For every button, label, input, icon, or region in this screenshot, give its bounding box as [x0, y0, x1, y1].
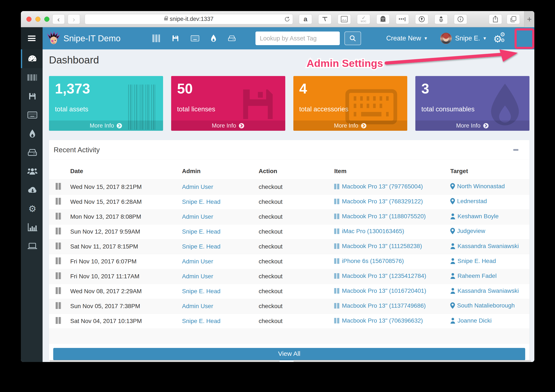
item-link[interactable]: Macbook Pro 13" (1188075520) [334, 213, 426, 220]
reload-icon[interactable] [284, 16, 290, 22]
url-text: snipe-it.dev:1337 [170, 16, 213, 22]
item-link[interactable]: Macbook Pro 13" (1137749686) [334, 302, 426, 309]
admin-link[interactable]: Admin User [182, 213, 213, 220]
onepassword-extension-icon[interactable] [415, 14, 428, 24]
user-menu[interactable]: Snipe E.▼ [455, 35, 487, 42]
user-avatar[interactable] [440, 33, 452, 44]
sidebar-item-consumables[interactable] [21, 124, 43, 143]
licenses-quick-icon[interactable] [172, 35, 179, 42]
gear-icon: ⚙ [28, 204, 37, 214]
item-link[interactable]: Macbook Pro 13" (1235412784) [334, 273, 426, 279]
admin-link[interactable]: Snipe E. Head [182, 243, 220, 250]
stat-box-accessories: 4 total accessories More Info [293, 76, 408, 131]
target-link[interactable]: Judgeview [450, 228, 485, 234]
admin-link[interactable]: Admin User [182, 303, 213, 310]
stat-box-licenses: 50 total licenses More Info [171, 76, 285, 131]
new-tab-button[interactable]: + [524, 11, 534, 27]
minimize-window-button[interactable] [35, 17, 40, 22]
target-link[interactable]: Lednerstad [450, 198, 487, 205]
view-all-button[interactable]: View All [53, 348, 525, 360]
table-row: Sat Nov 11, 2017 8:15PM Snipe E. Head ch… [49, 239, 529, 254]
sidebar-item-dashboard[interactable] [21, 49, 43, 68]
table-row: Sun Nov 05, 2017 7:38PM Admin User check… [49, 299, 529, 314]
stats-window-extension-icon[interactable] [338, 14, 351, 24]
floppy-icon [238, 85, 278, 124]
sidebar-item-settings[interactable]: ⚙ [21, 199, 43, 218]
more-info-link[interactable]: More Info [415, 120, 529, 131]
item-link[interactable]: Macbook Pro 13" (111258238) [334, 243, 422, 250]
search-button[interactable] [344, 31, 361, 45]
item-link[interactable]: iPhone 6s (156708576) [334, 258, 404, 265]
consumables-quick-icon[interactable] [211, 35, 216, 42]
item-link[interactable]: iMac Pro (1300163465) [334, 228, 404, 235]
sidebar-item-requestable[interactable] [21, 237, 43, 256]
admin-link[interactable]: Snipe E. Head [182, 318, 220, 325]
item-link[interactable]: Macbook Pro 13" (1016720401) [334, 288, 426, 294]
sidebar-toggle[interactable] [21, 27, 43, 49]
w3c-validator-extension-icon[interactable]: ✓W3C [357, 14, 370, 24]
snipeit-logo[interactable] [47, 32, 60, 45]
activity-date: Fri Nov 10, 2017 6:07PM [68, 254, 180, 269]
more-info-link[interactable]: More Info [171, 120, 285, 131]
item-link[interactable]: Macbook Pro 13" (768329122) [334, 198, 423, 205]
item-link[interactable]: Macbook Pro 13" (706396632) [334, 317, 423, 324]
activity-action: checkout [256, 284, 332, 299]
target-link[interactable]: Keshawn Boyle [450, 213, 499, 220]
create-new-menu[interactable]: Create New▼ [386, 35, 428, 42]
admin-link[interactable]: Snipe E. Head [182, 288, 220, 295]
target-link[interactable]: North Winonastad [450, 183, 505, 190]
admin-settings-button[interactable]: ⚙ ⚙ ⚙ [493, 32, 508, 45]
sidebar-item-components[interactable] [21, 143, 43, 162]
asset-tag-search-input[interactable] [256, 31, 340, 45]
target-link[interactable]: Kassandra Swaniawski [450, 288, 519, 294]
admin-link[interactable]: Snipe E. Head [182, 199, 220, 205]
share-button[interactable] [489, 14, 502, 24]
ghostery-extension-icon[interactable] [376, 14, 390, 24]
more-info-link[interactable]: More Info [293, 120, 408, 131]
tab-overview-button[interactable] [507, 14, 520, 24]
activity-date: Sat Nov 11, 2017 8:15PM [68, 239, 180, 254]
forward-button[interactable]: › [68, 14, 80, 24]
collapse-icon[interactable] [513, 149, 518, 151]
text-tool-extension-icon[interactable] [318, 14, 331, 24]
sidebar-item-licenses[interactable] [21, 87, 43, 106]
stat-boxes: 1,373 total assets More Info 50 total li… [49, 76, 529, 131]
assets-quick-icon[interactable] [153, 35, 160, 42]
address-bar[interactable]: snipe-it.dev:1337 [85, 14, 293, 24]
barcode-icon [56, 198, 62, 205]
item-link[interactable]: Macbook Pro 13" (797765004) [334, 183, 423, 190]
sidebar-item-accessories[interactable] [21, 106, 43, 124]
more-info-link[interactable]: More Info [49, 120, 163, 131]
location-pin-icon [450, 228, 455, 234]
user-icon [450, 318, 455, 324]
sidebar-item-assets[interactable] [21, 68, 43, 87]
dashboard-icon [27, 54, 37, 64]
admin-link[interactable]: Admin User [182, 184, 213, 190]
activity-action: checkout [256, 254, 332, 269]
components-quick-icon[interactable] [228, 35, 236, 42]
accessories-quick-icon[interactable] [191, 35, 199, 42]
admin-link[interactable]: Snipe E. Head [182, 228, 220, 235]
admin-link[interactable]: Admin User [182, 273, 213, 280]
target-link[interactable]: Kassandra Swaniawski [450, 243, 519, 250]
back-button[interactable]: ‹ [52, 14, 65, 24]
target-link[interactable]: Raheem Fadel [450, 273, 497, 279]
target-link[interactable]: South Natalieborough [450, 302, 515, 309]
sidebar-item-reports[interactable] [21, 218, 43, 237]
layers-extension-icon[interactable] [435, 14, 448, 24]
barcode-icon [56, 183, 62, 190]
target-link[interactable]: Snipe E. Head [450, 258, 496, 265]
column-header-date: Date [68, 163, 180, 179]
zoom-window-button[interactable] [44, 17, 49, 22]
more-dots-extension-icon[interactable]: •••| [396, 14, 409, 24]
admin-link[interactable]: Admin User [182, 258, 213, 265]
sidebar-item-predefined-kits[interactable] [21, 181, 43, 199]
amazon-extension-icon[interactable]: a [299, 14, 312, 24]
lock-icon [164, 18, 168, 21]
close-window-button[interactable] [26, 17, 31, 22]
barcode-icon [334, 273, 340, 279]
app-title[interactable]: Snipe-IT Demo [63, 34, 120, 43]
target-link[interactable]: Joanne Dicki [450, 317, 492, 324]
info-extension-icon[interactable] [454, 14, 467, 24]
sidebar-item-people[interactable] [21, 162, 43, 181]
